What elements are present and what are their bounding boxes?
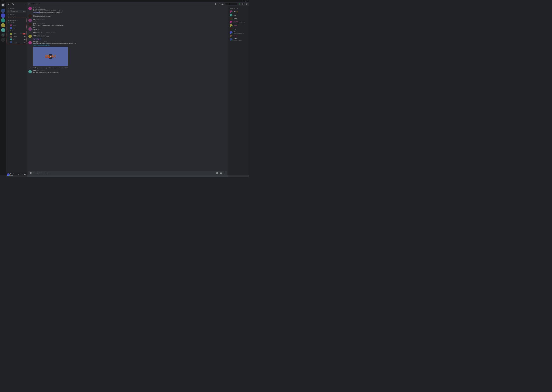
inbox-icon[interactable] [239, 3, 241, 5]
voice-user[interactable]: muffins [7, 41, 26, 43]
message-author[interactable]: Allan [33, 19, 36, 20]
member-item[interactable]: Katelin [229, 24, 248, 27]
user-panel: Mary #0000 [6, 172, 27, 177]
member-item[interactable]: MaryStreaming Drawing \·∀·/ [229, 31, 248, 34]
avatar[interactable] [28, 14, 32, 18]
members-icon[interactable] [221, 3, 224, 5]
help-icon[interactable] [246, 3, 248, 5]
text-channel[interactable]: #videos-n-music [7, 10, 26, 13]
close-icon[interactable]: ✕ [247, 0, 248, 1]
message-timestamp: Today at 9:18 AM [38, 41, 47, 42]
plus-icon [2, 39, 4, 41]
voice-user[interactable]: Mary [7, 27, 26, 29]
mute-button[interactable] [17, 173, 20, 176]
attach-icon[interactable] [30, 172, 32, 174]
avatar[interactable] [28, 23, 32, 26]
avatar [230, 14, 232, 16]
message-author[interactable]: gnarf [33, 23, 36, 24]
message: fionaToday at 9:18 AMwait have you see t… [27, 69, 228, 74]
user-info[interactable]: Mary #0000 [10, 173, 16, 176]
reaction[interactable]: 👾3 [33, 38, 37, 40]
message-text: @everyone when do y'all wanna watch the … [33, 12, 227, 14]
message-author[interactable]: Allan [33, 27, 36, 29]
speaker-icon [8, 30, 9, 32]
guild-item-active[interactable] [1, 14, 5, 18]
add-server-button[interactable] [1, 38, 5, 42]
message-author[interactable]: moongirl [33, 41, 38, 42]
crown-icon: 👑 [237, 11, 238, 13]
avatar [10, 38, 12, 40]
voice-user[interactable]: KatelinLIVE [7, 33, 26, 35]
avatar[interactable] [28, 7, 32, 10]
member-item[interactable]: fiona [229, 14, 248, 17]
message-author[interactable]: fiona [33, 70, 36, 71]
text-channel[interactable]: #food-fails [7, 15, 26, 18]
gear-icon[interactable] [24, 11, 25, 12]
embed-thumbnail-text: BEAK [45, 54, 56, 59]
server-name: Space City [8, 3, 14, 5]
video-icon [20, 33, 22, 35]
avatar[interactable] [28, 70, 32, 73]
text-channel[interactable]: #general [7, 7, 26, 10]
home-button[interactable] [1, 3, 5, 7]
bell-icon[interactable] [214, 3, 217, 5]
voice-user[interactable]: Allan [7, 24, 26, 27]
message-link[interactable]: https://youtu.be/OiDx6aQ928o [33, 44, 227, 46]
reaction[interactable]: 👾3 [37, 38, 41, 40]
pin-icon[interactable] [218, 3, 220, 5]
video-embed[interactable]: BEAK [33, 47, 68, 66]
avatar[interactable] [28, 19, 32, 22]
message-text: yep yep ty [33, 29, 227, 31]
message: AllanToday at 9:18 AMyep yep ty [27, 27, 228, 31]
message-text: the last couple eps made me so emotional… [33, 10, 227, 12]
mention[interactable]: @everyone [33, 12, 40, 13]
guild-item[interactable] [1, 28, 5, 32]
video-icon [24, 42, 25, 43]
message-author[interactable]: gnarf [33, 14, 36, 16]
member-item[interactable]: gnarf [229, 27, 248, 31]
avatar [230, 10, 232, 13]
member-item[interactable]: Conner [229, 34, 248, 38]
invite-icon[interactable] [22, 11, 24, 12]
maximize-icon[interactable]: ▢ [245, 0, 246, 1]
member-item[interactable]: muffinsListening to Spotify [229, 38, 248, 41]
live-badge: LIVE [22, 33, 25, 35]
member-item[interactable]: Allan 👑 [229, 10, 248, 14]
avatar[interactable] [28, 41, 32, 44]
server-header[interactable]: Space City [6, 2, 27, 6]
voice-user[interactable]: Conner [7, 35, 26, 38]
guild-item[interactable] [1, 9, 5, 13]
voice-category[interactable]: VOICE CHANNELS [6, 19, 27, 21]
voice-channel[interactable]: DnD [7, 29, 26, 32]
avatar[interactable] [28, 35, 32, 38]
avatar[interactable] [28, 27, 32, 31]
message-timestamp: Today at 9:18 AM [37, 35, 46, 36]
voice-user-name: muffins [13, 42, 24, 43]
message-input[interactable] [33, 172, 215, 174]
minimize-icon[interactable]: — [242, 0, 243, 1]
message-input-area: GIF [28, 171, 227, 175]
message-author[interactable]: Katelin [33, 35, 37, 36]
search-input[interactable] [225, 3, 240, 5]
system-message-join: fiona showed up! Yesterday at 2:38PM [27, 31, 228, 34]
member-item[interactable]: Daniel [229, 17, 248, 20]
explore-button[interactable] [1, 33, 5, 37]
gift-icon[interactable] [216, 172, 218, 174]
member-item[interactable]: moongirlPlaying League of Legends [229, 21, 248, 24]
emoji-icon[interactable] [224, 172, 225, 174]
message: moongirlToday at 9:18 AMaaaa their new m… [27, 40, 228, 66]
gif-button[interactable]: GIF [220, 172, 222, 174]
voice-user[interactable]: fiona [7, 38, 26, 41]
user-avatar[interactable] [7, 173, 10, 176]
deafen-button[interactable] [21, 173, 23, 176]
voice-channel[interactable]: Lounge [7, 21, 26, 24]
guild-item[interactable] [1, 23, 5, 27]
avatar [10, 24, 12, 26]
mentions-icon[interactable] [242, 3, 244, 5]
search-box[interactable] [225, 3, 237, 5]
username: Mary [10, 173, 16, 175]
text-channel[interactable]: #gaming [7, 13, 26, 15]
guild-item[interactable] [1, 18, 5, 23]
message-timestamp: Yesterday at 2:38PM [59, 67, 69, 68]
settings-button[interactable] [24, 173, 26, 176]
